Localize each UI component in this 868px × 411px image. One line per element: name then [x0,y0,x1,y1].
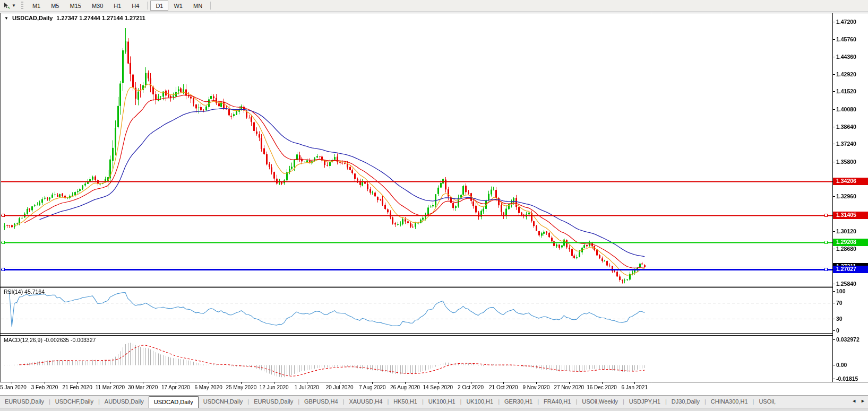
timeframe-button-m30[interactable]: M30 [87,1,108,11]
toolbar: ▼ M1M5M15M30H1H4D1W1MN [0,0,868,12]
hline-price-flag: 1.29208 [833,239,868,246]
date-axis-label: 3 Feb 2020 [31,384,58,390]
symbol-tab-usdjpy-14[interactable]: USDJPY,H1 [624,396,665,408]
symbol-tab-audusd-2[interactable]: AUDUSD,Daily [100,396,149,408]
symbol-tab-eurusd-0[interactable]: EURUSD,Daily [0,396,49,408]
hline-price-flag: 1.27027 [833,266,868,273]
rsi-axis-tick: 70 [836,300,843,306]
symbol-tab-eurusd-5[interactable]: EURUSD,Daily [249,396,298,408]
date-axis-label: 2 Oct 2020 [458,384,484,390]
status-strip [0,408,868,411]
tab-scroll-left-button[interactable]: ◄ [852,398,856,404]
price-axis-tick: 1.37240 [836,141,856,147]
timeframe-button-group: M1M5M15M30H1H4D1W1MN [27,0,213,12]
price-axis-tick: 1.30120 [836,228,856,234]
symbol-tab-xauusd-7[interactable]: XAUUSD,H4 [344,396,387,408]
price-axis-tick: 1.35800 [836,159,856,165]
timeframe-button-h1[interactable]: H1 [108,1,126,11]
symbol-tab-uk100-9[interactable]: UK100,H1 [424,396,460,408]
toolbar-separator [210,2,211,10]
date-axis-label: 9 Nov 2020 [522,384,549,390]
date-axis-label: 25 May 2020 [226,384,256,390]
macd-label: MACD(12,26,9) -0.002635 -0.003327 [4,337,96,343]
rsi-axis-tick: 100 [836,288,846,294]
symbol-tab-china300-16[interactable]: CHINA300,H1 [706,396,753,408]
date-axis-label: 7 Aug 2020 [359,384,386,390]
date-axis-label: 26 Aug 2020 [390,384,420,390]
toolbar-separator [147,2,148,10]
date-axis-label: 27 Nov 2020 [554,384,584,390]
timeframe-button-m15[interactable]: M15 [64,1,86,11]
macd-axis-tick: 0.032972 [836,336,860,343]
hline-price-flag: 1.34206 [833,178,868,185]
date-axis-label: 16 Dec 2020 [587,384,617,390]
timeframe-button-m5[interactable]: M5 [46,1,64,11]
chart-canvas[interactable] [0,0,868,411]
symbol-tab-usdchf-1[interactable]: USDCHF,Daily [50,396,98,408]
price-axis-tick: 1.47200 [836,19,856,25]
date-axis-label: 21 Oct 2020 [489,384,518,390]
chart-title-quote: 1.27347 1.27444 1.27144 1.27211 [56,15,145,21]
toolbar-grip[interactable] [21,2,23,10]
date-axis-label: 12 Jun 2020 [260,384,289,390]
date-axis-label: 20 Jul 2020 [326,384,354,390]
macd-axis-tick: -0.01815 [836,375,858,382]
tab-scroll-arrows: ◄ ► [852,398,865,404]
price-axis-tick: 1.45760 [836,36,856,42]
symbol-tab-fra40-12[interactable]: FRA40,H1 [539,396,575,408]
price-axis-tick: 1.38640 [836,124,856,130]
price-axis-tick: 1.42920 [836,71,856,77]
symbol-tab-dj30-15[interactable]: DJ30,Daily [667,396,704,408]
cursor-tool-button[interactable]: ▼ [0,1,19,11]
symbol-tab-usoil-13[interactable]: USOil,Weekly [577,396,623,408]
price-axis-tick: 1.40080 [836,106,856,112]
date-axis-label: 11 Mar 2020 [96,384,125,390]
timeframe-button-w1[interactable]: W1 [168,1,188,11]
date-axis-label: 30 Mar 2020 [128,384,158,390]
tab-scroll-right-button[interactable]: ► [861,398,865,404]
price-axis-tick: 1.28680 [836,246,856,252]
chart-title: ▼ USDCAD,Daily 1.27347 1.27444 1.27144 1… [4,15,145,21]
date-axis-label: 17 Apr 2020 [161,384,190,390]
price-axis-tick: 1.44360 [836,54,856,60]
symbol-tab-usdcad-3[interactable]: USDCAD,Daily [149,396,199,408]
rsi-axis-tick: 30 [836,316,843,322]
timeframe-button-m1[interactable]: M1 [27,1,46,11]
timeframe-button-h4[interactable]: H4 [126,1,144,11]
caret-down-icon: ▼ [12,4,16,8]
timeframe-button-mn[interactable]: MN [188,1,208,11]
date-axis-label: 6 May 2020 [194,384,222,390]
date-axis-label: 15 Jan 2020 [0,384,27,390]
symbol-tab-usoil-17[interactable]: USOil, [754,396,780,408]
collapse-triangle-icon: ▼ [4,16,8,21]
symbol-tab-gbpusd-6[interactable]: GBPUSD,H4 [299,396,343,408]
chart-title-symbol: USDCAD,Daily [12,15,53,21]
symbol-tab-hk50-8[interactable]: HK50,H1 [389,396,422,408]
symbol-tab-uk100-10[interactable]: UK100,H1 [461,396,498,408]
cursor-tool-icon [3,2,10,9]
date-axis-label: 1 Jul 2020 [295,384,319,390]
hline-price-flag: 1.31405 [833,212,868,219]
price-axis-tick: 1.32960 [836,193,856,199]
price-axis-tick: 1.25840 [836,281,856,287]
date-axis-label: 6 Jan 2021 [622,384,648,390]
symbol-tab-usdcnh-4[interactable]: USDCNH,Daily [199,396,248,408]
macd-axis-tick: 0.00 [836,362,847,368]
symbol-tab-ger30-11[interactable]: GER30,H1 [500,396,537,408]
rsi-label: RSI(14) 45.7164 [4,288,45,295]
price-axis-tick: 1.41520 [836,88,856,94]
date-axis-label: 21 Feb 2020 [63,384,92,390]
timeframe-button-d1[interactable]: D1 [150,1,168,11]
date-axis-label: 14 Sep 2020 [423,384,453,390]
symbol-tab-bar: EURUSD,Daily|USDCHF,Daily|AUDUSD,DailyUS… [0,395,868,408]
rsi-axis-tick: 0 [836,327,839,334]
